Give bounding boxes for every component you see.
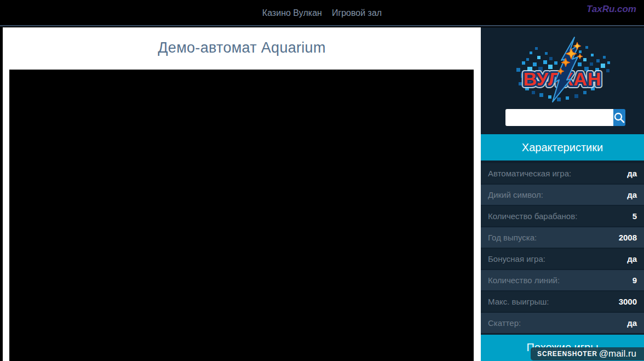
nav-link-game-hall[interactable]: Игровой зал bbox=[332, 8, 382, 18]
characteristic-row: Дикий символ: да bbox=[481, 185, 644, 205]
characteristic-row: Бонусная игра: да bbox=[481, 249, 644, 269]
characteristic-value: да bbox=[627, 254, 637, 263]
characteristic-label: Бонусная игра: bbox=[488, 254, 545, 263]
characteristic-value: да bbox=[627, 318, 637, 328]
search-icon bbox=[613, 112, 625, 124]
top-header: Казино Вулкан Игровой зал TaxRu.com bbox=[0, 0, 644, 26]
characteristic-label: Количество барабанов: bbox=[488, 211, 577, 221]
screenshoter-watermark: SCREENSHOTER @mail.ru bbox=[531, 347, 644, 360]
game-canvas[interactable] bbox=[9, 70, 474, 361]
characteristic-value: да bbox=[627, 190, 637, 199]
characteristic-label: Дикий символ: bbox=[488, 190, 543, 199]
characteristic-row: Макс. выигрыш: 3000 bbox=[481, 291, 644, 312]
characteristic-row: Количество барабанов: 5 bbox=[481, 206, 644, 226]
search-bar bbox=[505, 109, 619, 126]
sidebar: ВУЛКАН ВУЛКАН ВУЛКАН Характеристики Авто… bbox=[481, 27, 644, 361]
main-nav: Казино Вулкан Игровой зал bbox=[262, 0, 382, 26]
characteristic-value: да bbox=[627, 169, 637, 178]
main-content: Демо-автомат Aquarium bbox=[3, 27, 481, 361]
taxru-brand-link[interactable]: TaxRu.com bbox=[586, 4, 636, 15]
watermark-suffix: @mail.ru bbox=[599, 348, 636, 359]
page-title: Демо-автомат Aquarium bbox=[3, 39, 481, 56]
nav-link-casino-vulkan[interactable]: Казино Вулкан bbox=[262, 8, 322, 18]
search-input[interactable] bbox=[505, 109, 613, 126]
characteristic-label: Автоматическая игра: bbox=[488, 169, 571, 178]
characteristic-value: 3000 bbox=[619, 297, 637, 306]
vulkan-logo[interactable]: ВУЛКАН ВУЛКАН ВУЛКАН bbox=[513, 34, 612, 103]
characteristic-value: 2008 bbox=[619, 233, 637, 242]
characteristic-label: Макс. выигрыш: bbox=[488, 297, 549, 306]
characteristics-list: Автоматическая игра: да Дикий символ: да… bbox=[481, 163, 644, 333]
characteristic-value: 9 bbox=[633, 276, 637, 285]
characteristic-value: 5 bbox=[633, 211, 637, 221]
characteristics-header: Характеристики bbox=[481, 134, 644, 161]
watermark-prefix: SCREENSHOTER bbox=[537, 350, 597, 358]
characteristic-label: Количество линий: bbox=[488, 276, 560, 285]
characteristic-row: Скаттер: да bbox=[481, 313, 644, 333]
search-button[interactable] bbox=[613, 109, 625, 126]
characteristic-label: Год выпуска: bbox=[488, 233, 537, 242]
characteristic-label: Скаттер: bbox=[488, 318, 521, 328]
characteristic-row: Год выпуска: 2008 bbox=[481, 227, 644, 248]
characteristic-row: Автоматическая игра: да bbox=[481, 163, 644, 184]
characteristic-row: Количество линий: 9 bbox=[481, 270, 644, 290]
